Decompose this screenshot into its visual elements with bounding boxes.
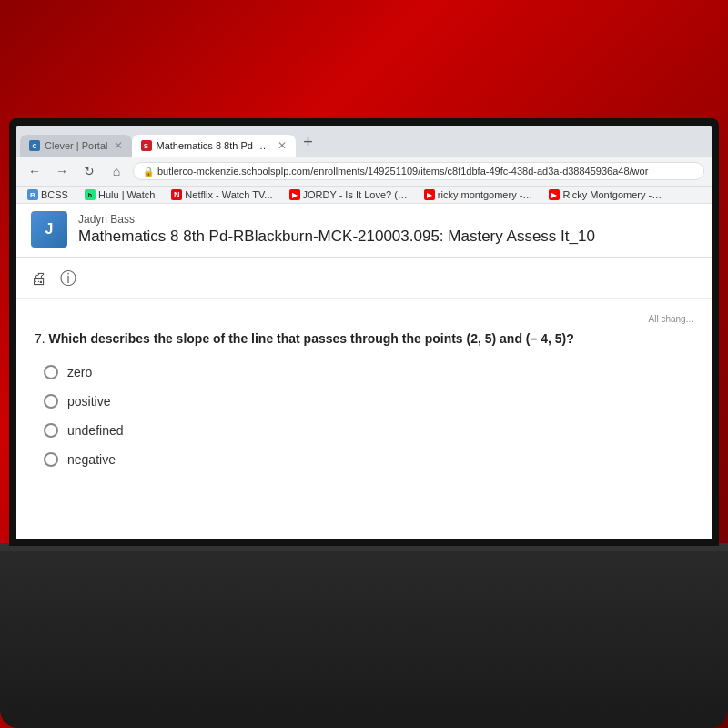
radio-negative[interactable]	[44, 452, 58, 467]
address-bar: ← → ↻ ⌂ 🔒 butlerco-mckenzie.schoolsplp.c…	[16, 157, 712, 187]
bookmark-jordy[interactable]: ▶ JORDY - Is It Love? (…	[286, 188, 411, 201]
answer-options: zero positive undefined negative	[35, 365, 693, 467]
radio-positive[interactable]	[44, 394, 58, 409]
tab-clever-label: Clever | Portal	[45, 140, 108, 151]
new-tab-button[interactable]: +	[296, 129, 321, 155]
home-button[interactable]: ⌂	[106, 160, 127, 182]
clever-favicon: C	[29, 140, 40, 151]
bookmark-bcss[interactable]: B BCSS	[24, 188, 72, 201]
back-button[interactable]: ←	[24, 160, 46, 182]
user-name: Jadyn Bass	[78, 213, 697, 226]
option-zero[interactable]: zero	[44, 365, 693, 379]
bookmark-jordy-label: JORDY - Is It Love? (…	[303, 189, 408, 200]
question-text: 7. Which describes the slope of the line…	[35, 329, 693, 349]
radio-undefined[interactable]	[44, 423, 58, 438]
lock-icon: 🔒	[143, 167, 154, 177]
page-title: Mathematics 8 8th Pd-RBlackburn-MCK-2100…	[78, 228, 697, 246]
home-icon: ⌂	[113, 164, 120, 178]
ricky1-favicon: ▶	[424, 189, 435, 200]
page-content: J Jadyn Bass Mathematics 8 8th Pd-RBlack…	[16, 204, 712, 539]
bookmarks-bar: B BCSS h Hulu | Watch N Netflix - Watch …	[16, 187, 712, 204]
hulu-favicon: h	[85, 189, 96, 200]
refresh-button[interactable]: ↻	[78, 160, 100, 182]
ricky2-favicon: ▶	[549, 189, 560, 200]
tab-clever[interactable]: C Clever | Portal ✕	[20, 135, 132, 157]
option-zero-label: zero	[67, 365, 92, 379]
page-header: J Jadyn Bass Mathematics 8 8th Pd-RBlack…	[16, 204, 712, 258]
back-icon: ←	[28, 164, 41, 178]
refresh-icon: ↻	[84, 164, 95, 178]
bookmark-hulu-label: Hulu | Watch	[98, 189, 155, 200]
tab-math-close[interactable]: ✕	[278, 139, 287, 152]
browser-window: C Clever | Portal ✕ S Mathematics 8 8th …	[16, 126, 712, 539]
question-body: Which describes the slope of the line th…	[49, 331, 574, 346]
forward-button[interactable]: →	[51, 160, 73, 182]
tab-bar: C Clever | Portal ✕ S Mathematics 8 8th …	[16, 126, 712, 157]
option-undefined[interactable]: undefined	[44, 423, 693, 438]
bookmark-ricky1-label: ricky montgomery -…	[438, 189, 533, 200]
user-avatar: J	[31, 211, 67, 248]
netflix-favicon: N	[171, 189, 182, 200]
page-toolbar: 🖨 ⓘ	[16, 258, 712, 299]
url-text: butlerco-mckenzie.schoolsplp.com/enrollm…	[157, 166, 648, 177]
question-area: All chang... 7. Which describes the slop…	[16, 299, 712, 481]
bookmark-netflix-label: Netflix - Watch TV...	[185, 189, 272, 200]
tab-clever-close[interactable]: ✕	[114, 139, 123, 152]
option-negative-label: negative	[67, 452, 116, 467]
bookmark-ricky1[interactable]: ▶ ricky montgomery -…	[420, 188, 537, 201]
bookmark-netflix[interactable]: N Netflix - Watch TV...	[167, 188, 276, 201]
all-changes-text: All chang...	[35, 314, 693, 324]
option-undefined-label: undefined	[67, 423, 124, 438]
question-number: 7.	[35, 331, 46, 346]
screen-bezel: C Clever | Portal ✕ S Mathematics 8 8th …	[9, 118, 719, 546]
bcss-favicon: B	[27, 189, 38, 200]
tab-math-label: Mathematics 8 8th Pd-RBlackbu	[157, 140, 272, 151]
info-icon[interactable]: ⓘ	[60, 268, 76, 289]
bookmark-bcss-label: BCSS	[41, 189, 68, 200]
radio-zero[interactable]	[44, 365, 58, 379]
url-bar[interactable]: 🔒 butlerco-mckenzie.schoolsplp.com/enrol…	[133, 162, 704, 180]
option-negative[interactable]: negative	[44, 452, 693, 467]
jordy-favicon: ▶	[289, 189, 300, 200]
page-title-area: Jadyn Bass Mathematics 8 8th Pd-RBlackbu…	[78, 213, 697, 246]
forward-icon: →	[56, 164, 68, 178]
option-positive-label: positive	[67, 394, 110, 409]
schoology-favicon: S	[141, 140, 152, 151]
option-positive[interactable]: positive	[44, 394, 693, 409]
print-icon[interactable]: 🖨	[31, 269, 47, 288]
laptop-body	[0, 546, 728, 728]
bookmark-hulu[interactable]: h Hulu | Watch	[81, 188, 158, 201]
bookmark-ricky2-label: Ricky Montgomery -…	[562, 189, 662, 200]
tab-math[interactable]: S Mathematics 8 8th Pd-RBlackbu ✕	[132, 135, 296, 157]
bookmark-ricky2[interactable]: ▶ Ricky Montgomery -…	[545, 188, 665, 201]
